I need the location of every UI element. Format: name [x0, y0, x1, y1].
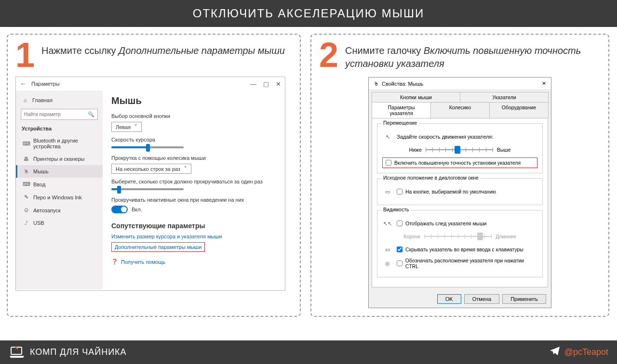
footer-brand-text: КОМП ДЛЯ ЧАЙНИКА: [30, 347, 127, 357]
home-icon: ⌂: [22, 97, 28, 103]
snap-input[interactable]: [397, 189, 402, 195]
related-link-additional[interactable]: Дополнительные параметры мыши: [115, 244, 201, 250]
mouse-icon: 🖱: [23, 169, 29, 174]
mouse-icon: 🖱: [374, 81, 379, 87]
enhance-precision-input[interactable]: [386, 160, 391, 166]
help-icon: ❓: [111, 259, 118, 265]
back-icon[interactable]: ←: [20, 80, 27, 88]
bluetooth-icon: ⌨: [23, 141, 29, 147]
primary-button-label: Выбор основной кнопки: [111, 113, 276, 119]
dialog-content: Перемещение ↖ Задайте скорость движения …: [372, 118, 548, 287]
lines-label: Выберите, сколько строк должно прокручив…: [111, 179, 276, 184]
sidebar-item-bluetooth[interactable]: ⌨Bluetooth и другие устройства: [16, 134, 103, 153]
trails-checkbox[interactable]: Отображать след указателя мыши: [397, 221, 486, 226]
footer-handle[interactable]: @pcTeapot: [549, 345, 608, 359]
dialog-tabs: Кнопки мыши Указатели Параметры указател…: [369, 90, 551, 118]
cancel-button[interactable]: Отмена: [464, 294, 499, 304]
scroll-wheel-select[interactable]: На несколько строк за раз ˅: [111, 164, 191, 174]
speed-slider[interactable]: [426, 145, 493, 155]
inactive-label: Прокручивать неактивные окна при наведен…: [111, 197, 276, 203]
mouse-properties-dialog: 🖱 Свойства: Мышь ✕ Кнопки мыши Указатели…: [368, 77, 551, 308]
enhance-precision-checkbox[interactable]: Включить повышенную точность установки у…: [386, 160, 534, 166]
settings-main: Мышь Выбор основной кнопки Левая ˅ Скоро…: [103, 91, 285, 289]
group-snap-title: Исходное положение в диалоговом окне: [381, 175, 481, 181]
autoplay-icon: ⊙: [23, 207, 29, 213]
settings-titlebar: ← Параметры ― ▢ ✕: [16, 77, 285, 91]
inactive-toggle[interactable]: [111, 206, 128, 213]
sidebar-item-pen[interactable]: ✎Перо и Windows Ink: [16, 191, 103, 204]
close-icon[interactable]: ✕: [276, 80, 281, 88]
inactive-toggle-row: Вкл.: [111, 206, 276, 213]
settings-body: ⌂ Главная 🔍 Устройства ⌨Bluetooth и друг…: [16, 91, 285, 289]
speed-low-label: Ниже: [409, 147, 421, 153]
group-motion-title: Перемещение: [381, 120, 419, 126]
chevron-down-icon: ˅: [134, 124, 137, 130]
related-link-additional-highlight: Дополнительные параметры мыши: [111, 242, 205, 252]
content-row: 1 Нажмите ссылку Дополнительные параметр…: [0, 27, 617, 324]
trails-icon: ↖↖: [382, 218, 393, 229]
step1-head: 1 Нажмите ссылку Дополнительные параметр…: [15, 40, 292, 70]
pen-icon: ✎: [23, 194, 29, 200]
settings-sidebar: ⌂ Главная 🔍 Устройства ⌨Bluetooth и друг…: [16, 91, 103, 289]
tab-wheel[interactable]: Колесико: [430, 102, 490, 118]
search-input[interactable]: [24, 112, 82, 117]
lines-slider[interactable]: [111, 188, 276, 190]
search-input-wrap[interactable]: 🔍: [21, 109, 98, 120]
step1-panel: 1 Нажмите ссылку Дополнительные параметр…: [7, 34, 301, 317]
footer-bar: КОМП ДЛЯ ЧАЙНИКА @pcTeapot: [0, 340, 617, 364]
step2-panel: 2 Снимите галочку Включить повышенную то…: [310, 34, 609, 317]
maximize-icon[interactable]: ▢: [263, 80, 269, 88]
trails-slider: [424, 232, 492, 241]
sidebar-item-usb[interactable]: ⑀USB: [16, 217, 103, 229]
ctrl-locate-checkbox[interactable]: Обозначать расположение указателя при на…: [397, 258, 537, 269]
dialog-title: Свойства: Мышь: [382, 81, 423, 87]
tab-pointers[interactable]: Указатели: [460, 92, 549, 102]
dialog-buttons: OK Отмена Применить: [369, 290, 551, 308]
settings-window-title: Параметры: [31, 81, 250, 87]
tab-hardware[interactable]: Оборудование: [489, 102, 549, 118]
close-icon[interactable]: ✕: [542, 80, 546, 87]
apply-button[interactable]: Применить: [502, 294, 546, 304]
snap-checkbox[interactable]: На кнопке, выбираемой по умолчанию: [397, 189, 496, 195]
tab-pointer-options[interactable]: Параметры указателя: [372, 102, 431, 118]
toggle-state: Вкл.: [132, 207, 142, 212]
cursor-arrow-icon: ↖: [382, 131, 393, 142]
trails-input[interactable]: [397, 221, 402, 226]
usb-icon: ⑀: [23, 220, 29, 226]
snap-icon: ▭: [382, 186, 393, 197]
enhance-precision-highlight: Включить повышенную точность установки у…: [382, 157, 537, 168]
sidebar-item-autoplay[interactable]: ⊙Автозапуск: [16, 204, 103, 217]
sidebar-item-typing[interactable]: ⌨Ввод: [16, 178, 103, 191]
group-snap: Исходное положение в диалоговом окне ▭ Н…: [377, 178, 543, 205]
ctrl-locate-input[interactable]: [397, 260, 402, 266]
primary-button-select[interactable]: Левая ˅: [111, 122, 142, 132]
hide-typing-input[interactable]: [397, 247, 402, 252]
cursor-speed-slider[interactable]: [111, 146, 276, 148]
ok-button[interactable]: OK: [437, 294, 461, 304]
chevron-down-icon: ˅: [184, 166, 187, 172]
related-link-cursor-size[interactable]: Изменить размер курсора и указателя мыши: [111, 234, 276, 239]
trails-slider-row: Короче Длиннее: [382, 232, 537, 241]
cursor-speed-label: Скорость курсора: [111, 137, 276, 143]
help-row[interactable]: ❓ Получить помощь: [111, 259, 276, 265]
hide-typing-checkbox[interactable]: Скрывать указатель во время ввода с клав…: [397, 247, 523, 252]
step1-text: Нажмите ссылку Дополнительные параметры …: [41, 40, 285, 57]
speed-slider-row: Ниже Выше: [382, 145, 537, 155]
settings-heading: Мышь: [111, 95, 276, 106]
group-visibility: Видимость ↖↖ Отображать след указателя м…: [377, 210, 543, 277]
sidebar-home[interactable]: ⌂ Главная: [16, 94, 103, 106]
related-heading: Сопутствующие параметры: [111, 222, 276, 230]
group-visibility-title: Видимость: [381, 207, 411, 212]
minimize-icon[interactable]: ―: [250, 80, 256, 88]
speed-high-label: Выше: [497, 147, 511, 153]
telegram-icon: [549, 345, 561, 359]
page-title-bar: ОТКЛЮЧИТЬ АКСЕЛЕРАЦИЮ МЫШИ: [0, 0, 617, 27]
tab-buttons[interactable]: Кнопки мыши: [372, 92, 460, 102]
sidebar-item-mouse[interactable]: 🖱Мышь: [16, 165, 103, 178]
window-controls: ― ▢ ✕: [250, 80, 281, 88]
footer-handle-text: @pcTeapot: [564, 347, 608, 357]
sidebar-item-printers[interactable]: 🖶Принтеры и сканеры: [16, 153, 103, 165]
hide-typing-icon: ▭: [382, 244, 393, 255]
footer-brand: КОМП ДЛЯ ЧАЙНИКА: [9, 346, 127, 359]
dialog-title-wrap: 🖱 Свойства: Мышь: [374, 81, 423, 87]
